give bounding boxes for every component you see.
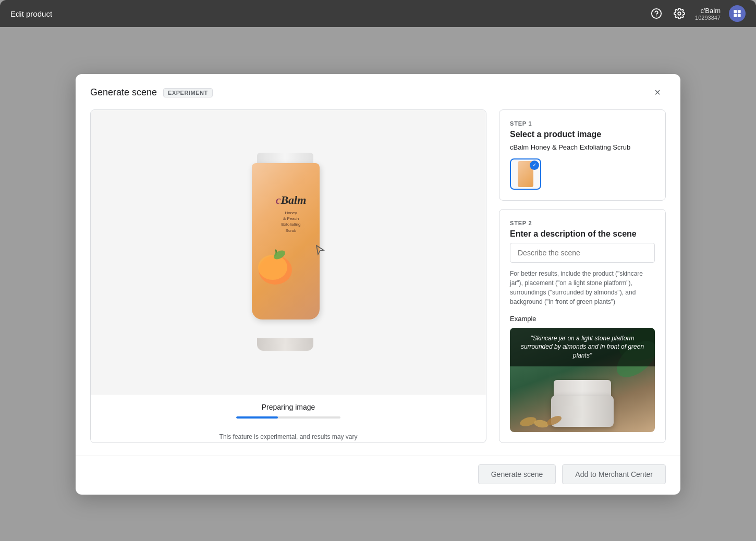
svg-rect-5 [734,14,737,17]
svg-rect-4 [738,10,741,13]
close-button[interactable]: × [649,84,666,101]
progress-label: Preparing image [101,403,475,411]
modal-footer: Generate scene Add to Merchant Center [76,456,680,495]
almonds-svg [518,412,570,428]
selected-checkmark: ✓ [530,161,539,170]
tube-product-name: Honey& PeachExfoliatingScrub [262,210,320,233]
generate-scene-button[interactable]: Generate scene [478,464,556,484]
step1-title: Select a product image [510,130,655,139]
step2-title: Enter a description of the scene [510,229,655,239]
progress-bar-track [236,416,340,419]
user-id: 10293847 [695,15,721,21]
page-background: Generate scene EXPERIMENT × cBalm [0,27,756,541]
progress-bar-fill [236,416,278,419]
experiment-badge: EXPERIMENT [163,88,213,97]
svg-rect-3 [734,10,737,13]
modal-body: cBalm Honey& PeachExfoliatingScrub [76,109,680,456]
cursor-icon [314,244,326,260]
example-image-container: "Skincare jar on a light stone platform … [510,328,655,432]
image-panel: cBalm Honey& PeachExfoliatingScrub [90,109,486,443]
step2-card: STEP 2 Enter a description of the scene … [499,209,666,443]
step1-product-name: cBalm Honey & Peach Exfoliating Scrub [510,143,655,151]
example-label: Example [510,315,655,323]
experimental-notice: This feature is experimental, and result… [91,427,486,442]
tube-label: cBalm Honey& PeachExfoliatingScrub [262,194,320,233]
avatar[interactable] [729,5,746,22]
example-caption: "Skincare jar on a light stone platform … [510,328,655,366]
settings-icon[interactable] [672,6,687,21]
step2-label: STEP 2 [510,220,655,226]
describe-scene-input[interactable] [510,243,655,263]
user-info: c'Balm 10293847 [695,7,721,21]
right-panel: STEP 1 Select a product image cBalm Hone… [499,109,666,443]
svg-point-2 [678,12,681,15]
peach-decoration [254,247,296,288]
topbar-title: Edit product [10,9,52,18]
modal-title: Generate scene [90,87,157,98]
svg-point-8 [258,255,287,280]
step1-label: STEP 1 [510,120,655,127]
hint-text: For better results, include the product … [510,269,655,306]
modal: Generate scene EXPERIMENT × cBalm [76,74,680,495]
help-icon[interactable] [649,6,664,21]
add-to-merchant-center-button[interactable]: Add to Merchant Center [562,464,666,484]
product-thumbnail[interactable]: ✓ [510,158,541,190]
modal-header: Generate scene EXPERIMENT × [76,74,680,109]
tube-brand: cBalm [262,194,320,206]
image-container: cBalm Honey& PeachExfoliatingScrub [91,110,486,394]
topbar-actions: c'Balm 10293847 [649,5,746,22]
modal-title-row: Generate scene EXPERIMENT [90,87,213,98]
user-name: c'Balm [700,7,721,15]
product-visual: cBalm Honey& PeachExfoliatingScrub [200,142,377,361]
topbar: Edit product c'Balm 10293847 [0,0,756,27]
tube-body: cBalm Honey& PeachExfoliatingScrub [252,163,320,319]
progress-area: Preparing image [91,394,486,427]
svg-rect-6 [738,14,741,17]
step1-card: STEP 1 Select a product image cBalm Hone… [499,109,666,201]
tube-base [257,338,313,351]
